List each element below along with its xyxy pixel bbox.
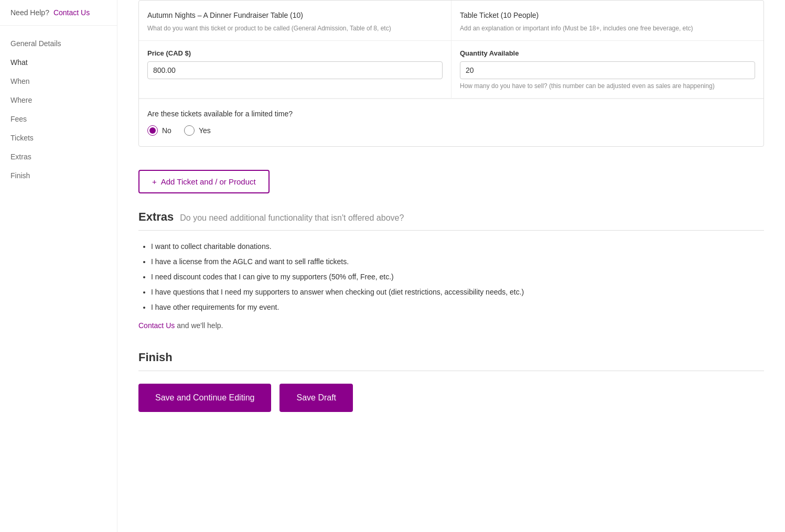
ticket-left-name: Autumn Nights – A Dinner Fundraiser Tabl… xyxy=(147,9,443,21)
sidebar-item-when[interactable]: When xyxy=(0,72,117,91)
extras-contact-text: Contact Us and we'll help. xyxy=(138,321,764,330)
limited-time-section: Are these tickets available for a limite… xyxy=(139,99,764,146)
extras-divider xyxy=(138,230,764,231)
extras-title: Extras xyxy=(138,210,174,224)
radio-no-label: No xyxy=(162,126,171,135)
need-help-label: Need Help? xyxy=(10,8,49,17)
main-content: Autumn Nights – A Dinner Fundraiser Tabl… xyxy=(117,0,785,532)
radio-yes-option[interactable]: Yes xyxy=(184,125,211,136)
sidebar-item-finish[interactable]: Finish xyxy=(0,166,117,185)
sidebar-item-extras[interactable]: Extras xyxy=(0,147,117,166)
sidebar-header: Need Help? Contact Us xyxy=(0,0,117,26)
price-qty-row: Price (CAD $) Quantity Available How man… xyxy=(139,41,764,99)
radio-no-option[interactable]: No xyxy=(147,125,171,136)
ticket-right-hint: Add an explanation or important info (Mu… xyxy=(460,25,755,32)
save-draft-button[interactable]: Save Draft xyxy=(279,384,353,412)
sidebar-item-tickets[interactable]: Tickets xyxy=(0,128,117,147)
extras-list: I want to collect charitable donations. … xyxy=(138,241,764,313)
extras-list-item: I have questions that I need my supporte… xyxy=(151,287,764,298)
extras-contact-link[interactable]: Contact Us xyxy=(138,321,175,330)
radio-yes-input[interactable] xyxy=(184,125,195,136)
add-ticket-button[interactable]: + Add Ticket and / or Product xyxy=(138,170,270,193)
add-ticket-label: Add Ticket and / or Product xyxy=(161,177,256,186)
finish-buttons: Save and Continue Editing Save Draft xyxy=(138,384,764,412)
price-input[interactable] xyxy=(147,61,443,79)
ticket-names-row: Autumn Nights – A Dinner Fundraiser Tabl… xyxy=(139,1,764,41)
quantity-hint: How many do you have to sell? (this numb… xyxy=(460,82,755,90)
sidebar-nav: General Details What When Where Fees Tic… xyxy=(0,26,117,193)
price-label: Price (CAD $) xyxy=(147,49,443,57)
extras-section-header: Extras Do you need additional functional… xyxy=(138,210,764,224)
save-continue-button[interactable]: Save and Continue Editing xyxy=(138,384,271,412)
finish-section: Finish Save and Continue Editing Save Dr… xyxy=(138,351,764,412)
limited-time-radio-group: No Yes xyxy=(147,125,755,136)
extras-contact-suffix: and we'll help. xyxy=(177,321,223,330)
finish-divider xyxy=(138,371,764,371)
sidebar-item-where[interactable]: Where xyxy=(0,91,117,110)
extras-section: Extras Do you need additional functional… xyxy=(138,210,764,330)
price-field-group: Price (CAD $) xyxy=(139,41,451,98)
radio-no-input[interactable] xyxy=(147,125,158,136)
extras-list-item: I have other requirements for my event. xyxy=(151,302,764,313)
finish-section-header: Finish xyxy=(138,351,764,364)
ticket-right-name-field: Table Ticket (10 People) Add an explanat… xyxy=(451,1,764,40)
sidebar: Need Help? Contact Us General Details Wh… xyxy=(0,0,117,532)
finish-title: Finish xyxy=(138,351,173,364)
ticket-left-hint: What do you want this ticket or product … xyxy=(147,25,443,32)
add-ticket-icon: + xyxy=(152,177,157,186)
sidebar-item-what[interactable]: What xyxy=(0,53,117,72)
extras-list-item: I have a license from the AGLC and want … xyxy=(151,256,764,267)
quantity-field-group: Quantity Available How many do you have … xyxy=(451,41,764,98)
sidebar-contact-us-link[interactable]: Contact Us xyxy=(53,8,90,17)
ticket-card: Autumn Nights – A Dinner Fundraiser Tabl… xyxy=(138,0,764,147)
ticket-left-name-field: Autumn Nights – A Dinner Fundraiser Tabl… xyxy=(139,1,451,40)
extras-subtitle: Do you need additional functionality tha… xyxy=(180,213,404,223)
radio-yes-label: Yes xyxy=(199,126,211,135)
quantity-label: Quantity Available xyxy=(460,49,755,57)
sidebar-item-general-details[interactable]: General Details xyxy=(0,34,117,53)
limited-time-question: Are these tickets available for a limite… xyxy=(147,110,755,118)
quantity-input[interactable] xyxy=(460,61,755,79)
extras-list-item: I want to collect charitable donations. xyxy=(151,241,764,252)
ticket-right-name: Table Ticket (10 People) xyxy=(460,9,755,21)
extras-list-item: I need discount codes that I can give to… xyxy=(151,272,764,283)
sidebar-item-fees[interactable]: Fees xyxy=(0,110,117,128)
